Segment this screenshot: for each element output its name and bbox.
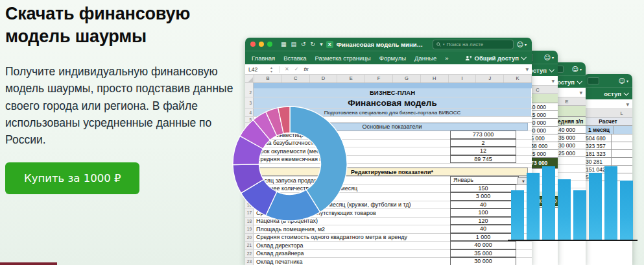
close-window-button[interactable] (250, 42, 256, 47)
column-header-G[interactable]: G (393, 75, 421, 82)
add-person-icon (465, 55, 472, 61)
smiley-icon[interactable]: ☺▾ (619, 77, 628, 84)
share-label-fragment: оступ (529, 67, 547, 74)
buy-button[interactable]: Купить за 1000 ₽ (5, 162, 139, 194)
sheet-row-23: 23Оклад печатника30 000 (245, 258, 532, 265)
redo-icon[interactable]: ↻ (311, 41, 316, 47)
title-bar: ▦ ▤ ↺ ↻ ▾ X Финансовая модель мини… ▾ По… (245, 38, 532, 51)
column-letter[interactable]: E (565, 99, 568, 105)
row-number[interactable]: 21 (245, 242, 254, 249)
bar-chart[interactable] (508, 161, 638, 241)
column-letter[interactable]: C (536, 87, 539, 93)
row-number[interactable]: 23 (245, 258, 254, 265)
feedback-smiley-icon[interactable]: ☺▾ (517, 41, 527, 48)
undo-icon[interactable]: ↺ (301, 41, 306, 47)
cell-value[interactable]: 40 000 (450, 241, 516, 249)
view-grid-icon[interactable]: ▦ (281, 41, 287, 47)
empty-cell[interactable] (611, 150, 632, 157)
filter-dropdown-icon[interactable]: ▼ (579, 90, 582, 95)
row-number[interactable]: 22 (245, 250, 254, 258)
cell-value[interactable]: 181 323 (584, 151, 611, 157)
column-header-D[interactable]: D (310, 75, 338, 82)
cell-value[interactable]: 40 (450, 225, 516, 233)
bar-3 (542, 166, 555, 240)
cell-value[interactable]: 12 (450, 147, 516, 155)
cell-value[interactable]: 35 000 (450, 249, 516, 258)
chevron-down-icon (577, 79, 582, 84)
share-label-fragment: оступ (557, 79, 575, 86)
cell-value[interactable]: 120 (450, 217, 516, 225)
smiley-icon[interactable]: ☺▾ (572, 66, 582, 73)
insert-function-icon[interactable]: fx (304, 66, 308, 72)
row-number[interactable]: 20 (245, 234, 254, 242)
cell-value[interactable]: 89 745 (450, 155, 516, 164)
ribbon-menu-bar: ГлавнаяВставкаРазметка страницыФормулыДа… (245, 51, 532, 64)
formula-bar-dropdown-icon[interactable]: ▼ (525, 67, 529, 71)
document-title: Финансовая модель мини… (337, 41, 423, 48)
column-header-J[interactable]: J (476, 75, 504, 82)
chevron-down-icon (521, 55, 526, 60)
hero-description: Получите индивидуальную финансовую модел… (5, 63, 236, 148)
cell-value[interactable]: 100 (450, 208, 516, 217)
column-header-H[interactable]: H (421, 75, 449, 82)
cell-value[interactable]: 323 357 (584, 143, 611, 149)
row-number[interactable]: 2 (245, 88, 254, 97)
smiley-icon[interactable]: ☺▾ (544, 54, 554, 61)
minimize-window-button[interactable] (259, 42, 264, 47)
search-field-fragment (588, 77, 599, 84)
row-number[interactable]: 19 (245, 225, 254, 233)
formula-bar: L42 ▴▾ ✕ ✓ fx ▼ (245, 64, 532, 75)
column-header-B[interactable]: B (254, 75, 282, 82)
cancel-entry-icon[interactable]: ✕ (285, 66, 289, 72)
column-header-C[interactable]: C (282, 75, 310, 82)
empty-cell[interactable] (611, 134, 632, 142)
cell-value[interactable]: 504 680 (584, 135, 611, 142)
cell-value[interactable]: 30 000 (450, 257, 516, 265)
maximize-window-button[interactable] (267, 42, 272, 47)
bar-6 (589, 173, 602, 240)
empty-cell[interactable] (611, 142, 632, 149)
search-placeholder: Поиск на листе (447, 42, 484, 47)
cell-value[interactable]: 40 (450, 201, 516, 209)
menu-item-Разметка страницы[interactable]: Разметка страницы (315, 55, 370, 62)
menu-item-Формулы[interactable]: Формулы (379, 55, 406, 62)
bar-1 (511, 190, 524, 240)
share-button[interactable]: Общий доступ (465, 55, 526, 62)
cell-value[interactable]: 150 (450, 184, 516, 193)
window4-share-menu[interactable]: оступ (584, 87, 632, 99)
column-header-F[interactable]: F (365, 75, 393, 82)
chevron-down-icon (623, 90, 628, 95)
name-box-stepper[interactable]: ▴▾ (270, 66, 272, 73)
calc-row: 181 323 (584, 150, 632, 158)
cell-value[interactable]: 3 000 (450, 192, 516, 201)
column-header-E[interactable]: E (337, 75, 365, 82)
filter-dropdown-icon[interactable]: ▼ (626, 102, 629, 107)
column-header-K[interactable]: K (504, 75, 532, 82)
empty-cell[interactable] (614, 126, 632, 134)
cell-value[interactable]: 773 000 (450, 131, 516, 139)
confirm-entry-icon[interactable]: ✓ (294, 66, 299, 72)
bar-7 (604, 166, 617, 240)
cell-name-box[interactable]: L42 (245, 66, 270, 73)
menu-item-Вставка[interactable]: Вставка (283, 55, 306, 62)
select-all-corner[interactable] (245, 75, 254, 82)
column-header-I[interactable]: I (449, 75, 477, 82)
calc-row: 504 680 (584, 134, 632, 142)
window4-column-headers: L (584, 109, 632, 118)
filter-dropdown-icon[interactable]: ▼ (551, 79, 555, 83)
donut-chart[interactable] (232, 106, 348, 221)
toolbar-options-icon[interactable]: ▾ (320, 41, 323, 47)
share-label: Общий доступ (475, 55, 519, 62)
column-letter[interactable]: L (611, 110, 632, 116)
window4-title-bar: ☺▾ (584, 74, 632, 87)
save-icon[interactable]: ▤ (291, 41, 297, 47)
cell-value[interactable]: 2 (450, 139, 516, 147)
column-header-row: BCDEFGHIJK (245, 75, 532, 83)
search-icon (436, 42, 441, 47)
menu-item-»[interactable]: » (445, 55, 448, 62)
window4-formula-bar: ▼ (584, 99, 632, 109)
menu-item-Данные[interactable]: Данные (414, 55, 436, 62)
cell-value[interactable]: 1 000 (450, 233, 516, 242)
sheet-search-input[interactable]: ▾ Поиск на листе (433, 40, 514, 49)
menu-item-Главная[interactable]: Главная (252, 55, 275, 62)
